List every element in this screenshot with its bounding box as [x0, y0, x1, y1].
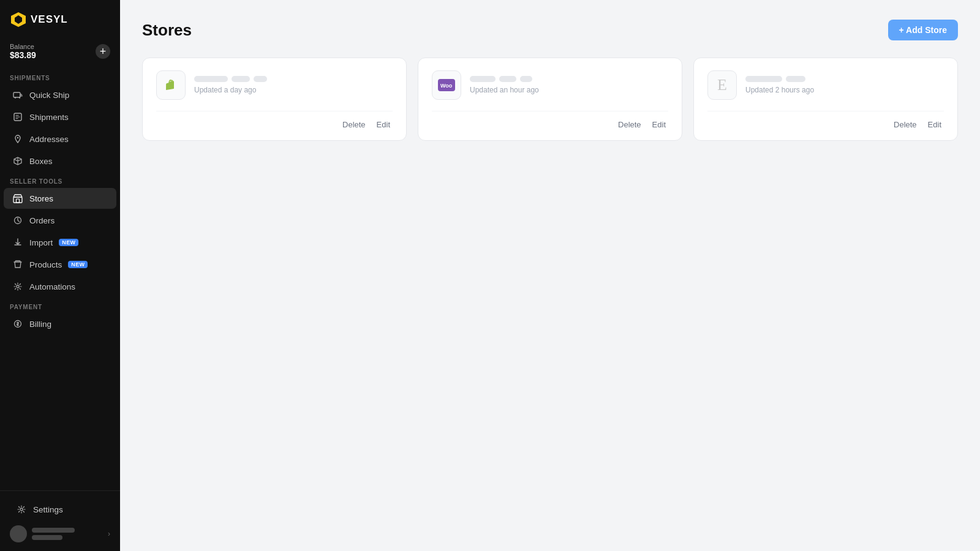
delete-store-shopify-button[interactable]: Delete [340, 119, 368, 130]
sidebar-item-settings-label: Settings [33, 505, 63, 514]
store-updated-etsy: Updated 2 hours ago [745, 86, 814, 94]
svg-point-12 [20, 508, 23, 511]
ph-2 [232, 76, 250, 82]
products-icon [12, 259, 23, 270]
etsy-logo: E [707, 70, 737, 100]
store-card-top: Updated a day ago [156, 70, 393, 100]
shipments-icon [12, 111, 23, 122]
store-card-actions-shopify: Delete Edit [156, 111, 393, 130]
svg-point-4 [19, 97, 20, 98]
store-card-actions-woo: Delete Edit [432, 111, 668, 130]
ph-1 [745, 76, 782, 82]
sidebar-item-orders-label: Orders [29, 216, 55, 225]
billing-icon [12, 318, 23, 329]
stores-grid: Updated a day ago Delete Edit Woo [142, 58, 958, 141]
store-name-placeholder-etsy [745, 76, 814, 82]
svg-point-3 [15, 97, 16, 98]
store-card-woo: Woo Updated an hour ago Delete Edit [418, 58, 682, 141]
edit-store-shopify-button[interactable]: Edit [374, 119, 393, 130]
shipments-section-label: SHIPMENTS [0, 69, 120, 84]
vesyl-logo-icon [10, 11, 27, 28]
delete-store-etsy-button[interactable]: Delete [891, 119, 919, 130]
settings-icon [16, 504, 27, 515]
delete-store-woo-button[interactable]: Delete [616, 119, 644, 130]
addresses-icon [12, 133, 23, 144]
sidebar-item-billing[interactable]: Billing [4, 313, 116, 334]
edit-store-etsy-button[interactable]: Edit [925, 119, 944, 130]
user-chevron-icon: › [108, 530, 110, 538]
store-updated-woo: Updated an hour ago [470, 86, 539, 94]
balance-area: Balance $83.89 + [0, 37, 120, 69]
sidebar-item-products-label: Products [29, 260, 62, 269]
ph-1 [470, 76, 496, 82]
page-header: Stores + Add Store [142, 20, 958, 40]
user-info [32, 528, 103, 540]
balance-value: $83.89 [10, 50, 36, 60]
balance-label: Balance [10, 43, 36, 50]
sidebar-item-import[interactable]: Import NEW [4, 232, 116, 253]
sidebar-item-stores[interactable]: Stores [4, 188, 116, 209]
boxes-icon [12, 156, 23, 167]
sidebar: VESYL Balance $83.89 + SHIPMENTS Quick S… [0, 0, 120, 551]
svg-text:Woo: Woo [440, 83, 453, 89]
store-card-shopify: Updated a day ago Delete Edit [142, 58, 407, 141]
balance-info: Balance $83.89 [10, 43, 36, 60]
sidebar-item-automations[interactable]: Automations [4, 276, 116, 297]
store-info-shopify: Updated a day ago [194, 76, 267, 94]
main-content: Stores + Add Store Updated a day ago [120, 0, 980, 551]
payment-section-label: PAYMENT [0, 298, 120, 313]
sidebar-footer: Settings › [0, 490, 120, 551]
orders-icon [12, 215, 23, 226]
sidebar-item-shipments[interactable]: Shipments [4, 107, 116, 127]
sidebar-item-billing-label: Billing [29, 320, 51, 329]
sidebar-item-settings[interactable]: Settings [7, 499, 113, 520]
store-name-placeholder-woo [470, 76, 539, 82]
sidebar-item-import-label: Import [29, 238, 53, 247]
import-new-badge: NEW [59, 239, 78, 246]
user-name-placeholder [32, 528, 75, 533]
ph-3 [254, 76, 267, 82]
products-new-badge: NEW [68, 261, 88, 268]
stores-icon [12, 193, 23, 204]
user-role-placeholder [32, 535, 62, 540]
svg-rect-8 [17, 199, 20, 203]
sidebar-item-stores-label: Stores [29, 194, 53, 203]
sidebar-item-addresses[interactable]: Addresses [4, 129, 116, 149]
edit-store-woo-button[interactable]: Edit [650, 119, 668, 130]
ph-2 [786, 76, 805, 82]
logo-area: VESYL [0, 0, 120, 37]
user-area[interactable]: › [4, 520, 116, 547]
ph-2 [499, 76, 516, 82]
store-name-placeholder [194, 76, 267, 82]
sidebar-item-quick-ship[interactable]: Quick Ship [4, 84, 116, 105]
store-card-actions-etsy: Delete Edit [707, 111, 944, 130]
store-info-etsy: Updated 2 hours ago [745, 76, 814, 94]
sidebar-item-boxes[interactable]: Boxes [4, 151, 116, 171]
sidebar-item-products[interactable]: Products NEW [4, 254, 116, 275]
sidebar-item-addresses-label: Addresses [29, 135, 69, 144]
import-icon [12, 237, 23, 248]
sidebar-item-shipments-label: Shipments [29, 113, 69, 122]
woo-logo: Woo [432, 70, 461, 100]
svg-rect-7 [13, 197, 22, 203]
logo-text: VESYL [31, 13, 68, 26]
svg-point-10 [17, 285, 19, 288]
store-info-woo: Updated an hour ago [470, 76, 539, 94]
store-card-top-etsy: E Updated 2 hours ago [707, 70, 944, 100]
store-updated-shopify: Updated a day ago [194, 86, 267, 94]
ph-3 [520, 76, 532, 82]
quick-ship-icon [12, 89, 23, 100]
shopify-logo [156, 70, 186, 100]
automations-icon [12, 281, 23, 292]
page-title: Stores [142, 21, 192, 40]
seller-tools-section-label: SELLER TOOLS [0, 172, 120, 187]
sidebar-item-orders[interactable]: Orders [4, 210, 116, 231]
svg-point-6 [17, 137, 19, 139]
add-balance-button[interactable]: + [96, 44, 110, 59]
sidebar-item-automations-label: Automations [29, 282, 75, 291]
store-card-top-woo: Woo Updated an hour ago [432, 70, 668, 100]
add-store-button[interactable]: + Add Store [888, 20, 958, 40]
user-avatar [10, 525, 27, 542]
svg-rect-2 [13, 92, 20, 97]
sidebar-item-quick-ship-label: Quick Ship [29, 91, 69, 100]
